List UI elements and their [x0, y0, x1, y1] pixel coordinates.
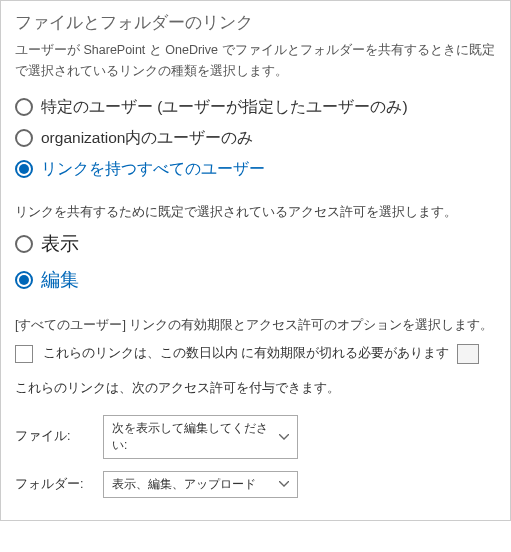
options-description: [すべてのユーザー] リンクの有効期限とアクセス許可のオプションを選択します。	[15, 317, 496, 334]
linktype-option-anyone[interactable]: リンクを持つすべてのユーザー	[15, 159, 496, 180]
radio-icon	[15, 129, 33, 147]
perm-description: リンクを共有するために既定で選択されているアクセス許可を選択します。	[15, 204, 496, 221]
grant-info: これらのリンクは、次のアクセス許可を付与できます。	[15, 380, 496, 397]
perm-option-view[interactable]: 表示	[15, 231, 496, 257]
linktype-option-org[interactable]: organization内のユーザーのみ	[15, 128, 496, 149]
folder-label: フォルダー:	[15, 476, 85, 493]
radio-label: 特定のユーザー (ユーザーが指定したユーザーのみ)	[41, 97, 408, 118]
chevron-down-icon	[279, 432, 289, 442]
radio-label: 表示	[41, 231, 79, 257]
radio-icon	[15, 235, 33, 253]
file-perm-row: ファイル: 次を表示して編集してください:	[15, 415, 496, 459]
radio-label: organization内のユーザーのみ	[41, 128, 253, 149]
folder-perm-row: フォルダー: 表示、編集、アップロード	[15, 471, 496, 498]
linktype-option-specific[interactable]: 特定のユーザー (ユーザーが指定したユーザーのみ)	[15, 97, 496, 118]
radio-icon	[15, 271, 33, 289]
perm-option-edit[interactable]: 編集	[15, 267, 496, 293]
expiry-days-input[interactable]	[457, 344, 479, 364]
expiry-label: これらのリンクは、この数日以内 に有効期限が切れる必要があります	[43, 345, 449, 362]
radio-label: 編集	[41, 267, 79, 293]
radio-label: リンクを持つすべてのユーザー	[41, 159, 265, 180]
dropdown-value: 表示、編集、アップロード	[112, 476, 256, 493]
radio-icon	[15, 98, 33, 116]
section-title: ファイルとフォルダーのリンク	[15, 11, 496, 34]
section-description: ユーザーが SharePoint と OneDrive でファイルとフォルダーを…	[15, 40, 496, 83]
file-label: ファイル:	[15, 428, 85, 445]
expiry-checkbox[interactable]	[15, 345, 33, 363]
dropdown-value: 次を表示して編集してください:	[112, 420, 279, 454]
chevron-down-icon	[279, 479, 289, 489]
expiry-row: これらのリンクは、この数日以内 に有効期限が切れる必要があります	[15, 344, 496, 364]
folder-perm-dropdown[interactable]: 表示、編集、アップロード	[103, 471, 298, 498]
file-perm-dropdown[interactable]: 次を表示して編集してください:	[103, 415, 298, 459]
radio-icon	[15, 160, 33, 178]
